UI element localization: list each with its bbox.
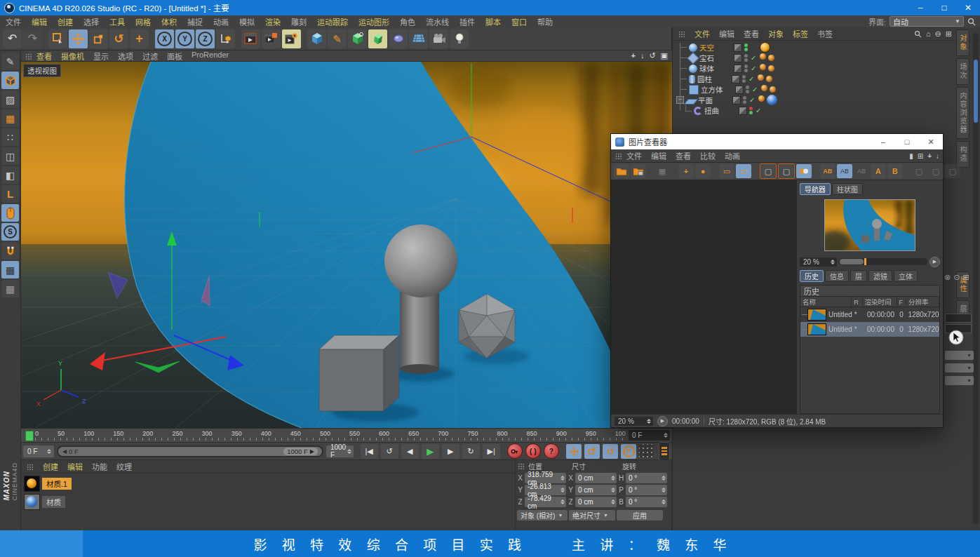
layout-compare-button[interactable]: ▭ [736, 164, 751, 178]
pv-dock-icon[interactable]: ↓ [936, 152, 939, 160]
menu-item[interactable]: 创建 [58, 16, 73, 27]
object-row[interactable]: 圆柱 ✓ [677, 74, 980, 84]
pv-menu-item[interactable]: 动画 [725, 150, 740, 161]
target-icon[interactable]: ⊙ [953, 273, 960, 282]
object-row[interactable]: 宝石 ✓ [677, 53, 980, 63]
phong-tag-icon[interactable] [758, 74, 764, 81]
tab-histogram[interactable]: 柱状图 [832, 183, 863, 195]
next-key-button[interactable]: ▶ [442, 444, 459, 459]
size-z-field[interactable]: 0 cm [575, 497, 617, 507]
material-preview-icon[interactable] [24, 476, 40, 492]
history-row[interactable]: Untitled * 00:00:00 0 1280x720 [800, 322, 939, 337]
fit-image-button[interactable]: + [678, 164, 694, 178]
enabled-check-icon[interactable]: ✓ [756, 107, 763, 114]
panel-grip-icon[interactable] [518, 463, 525, 469]
scale-tool[interactable] [89, 29, 108, 48]
redo-button[interactable]: ↷ [23, 29, 42, 48]
layer-chip[interactable] [732, 96, 741, 105]
region-button[interactable]: ▢ [778, 163, 795, 179]
tab-navigator[interactable]: 导航器 [800, 183, 831, 195]
visibility-dots[interactable] [749, 107, 753, 114]
om-scrollbar[interactable] [973, 33, 979, 524]
workplane-mode-button[interactable]: ▦ [1, 109, 19, 127]
timeline-ruler[interactable]: 0501001502002503003504004505005506006507… [21, 428, 672, 443]
om-search-icon[interactable] [914, 30, 922, 38]
enabled-check-icon[interactable]: ✓ [752, 86, 759, 93]
size-x-field[interactable]: 0 cm [575, 473, 617, 483]
split-ab-button[interactable]: AB [820, 164, 835, 178]
tab-stereo[interactable]: 立体 [894, 270, 918, 282]
pv-menu-item[interactable]: 编辑 [651, 150, 666, 161]
environment-button[interactable] [409, 29, 428, 48]
menu-item[interactable]: 雕刻 [291, 16, 307, 27]
fullframe-button[interactable]: ▢ [760, 163, 777, 179]
model-mode-button[interactable] [1, 72, 19, 89]
tab-objects[interactable]: 对象 [956, 29, 969, 56]
viewport-menu-item[interactable]: 过滤 [142, 51, 158, 62]
enabled-check-icon[interactable]: ✓ [751, 65, 758, 72]
menu-item[interactable]: 模拟 [239, 16, 255, 27]
viewport-menu-item[interactable]: 选项 [118, 51, 133, 62]
material-tag-icon[interactable] [768, 55, 774, 61]
pv-titlebar[interactable]: 图片查看器 – □ ✕ [611, 134, 943, 149]
layer-chip[interactable] [732, 75, 740, 83]
frame-stepper-field[interactable]: 0 F [23, 445, 54, 457]
goto-end-button[interactable]: ▶| [483, 444, 500, 459]
menu-item[interactable]: 渲染 [265, 16, 281, 27]
prev-key-button[interactable]: ◀ [401, 444, 419, 459]
material-item[interactable]: 材质 [24, 494, 515, 510]
tab-info[interactable]: 信息 [825, 270, 849, 282]
viewport-menu-item[interactable]: ProRender [192, 51, 229, 62]
camera-button[interactable] [429, 29, 448, 48]
viewport-menu-item[interactable]: 摄像机 [61, 51, 84, 62]
actual-pixels-button[interactable]: ● [695, 164, 711, 178]
material-name[interactable]: 材质 [42, 496, 65, 508]
snap-button[interactable] [1, 242, 19, 260]
enabled-check-icon[interactable]: ✓ [751, 54, 758, 62]
pv-menu-item[interactable]: 查看 [676, 150, 691, 161]
history-row[interactable]: Untitled * 00:00:00 0 1280x720 [800, 307, 939, 322]
minimize-button[interactable]: – [908, 0, 932, 15]
object-menu-item[interactable]: 标签 [793, 28, 808, 39]
tab-content-browser[interactable]: 内容浏览器 [956, 87, 969, 139]
pan-view-icon[interactable]: + [631, 51, 635, 60]
phong-tag-icon[interactable] [760, 53, 766, 60]
generator-button[interactable] [348, 29, 367, 48]
rotation-b-field[interactable]: 0 ° [626, 497, 667, 507]
rotate-tool[interactable]: ↺ [109, 29, 128, 48]
keyframe-selection-button[interactable] [659, 442, 670, 461]
toggle-views-icon[interactable]: ▣ [661, 51, 668, 60]
viewport-filter-button[interactable] [1, 204, 19, 222]
tab-takes[interactable]: 场次 [956, 58, 969, 85]
edges-mode-button[interactable]: ◫ [1, 147, 19, 165]
panel-grip-icon[interactable] [678, 31, 685, 37]
menu-item[interactable]: 选择 [83, 16, 99, 27]
menu-item[interactable]: 运动跟踪 [317, 16, 348, 27]
phong-tag-icon[interactable] [758, 95, 765, 102]
menu-item[interactable]: 流水线 [426, 16, 449, 27]
current-frame-marker[interactable] [25, 431, 34, 441]
enabled-check-icon[interactable]: ✓ [749, 75, 756, 83]
size-y-field[interactable]: 0 cm [575, 485, 617, 495]
material-tag-icon[interactable] [760, 42, 770, 53]
layer-chip[interactable] [734, 65, 742, 73]
search-icon[interactable] [967, 18, 976, 26]
material-menu-item[interactable]: 编辑 [67, 461, 83, 472]
nav-zoom-field[interactable]: 20 % [800, 257, 837, 267]
om-frame-icon[interactable]: ⊞ [946, 29, 952, 39]
tab-layer[interactable]: 层 [850, 270, 867, 282]
tab-filter[interactable]: 滤镜 [868, 270, 892, 282]
pv-move-icon[interactable]: + [927, 152, 932, 160]
menu-item[interactable]: 脚本 [485, 16, 501, 27]
object-menu-item[interactable]: 查看 [744, 28, 759, 39]
object-name[interactable]: 圆柱 [697, 74, 730, 84]
render-settings-button[interactable] [282, 29, 301, 48]
record-keyframe-button[interactable] [507, 443, 523, 459]
size-mode-dropdown[interactable]: 绝对尺寸▼ [569, 510, 615, 521]
visibility-dots[interactable] [744, 43, 749, 51]
pv-image-canvas[interactable] [611, 180, 797, 414]
pv-frame-icon[interactable]: ⊞ [918, 152, 923, 160]
material-tag-icon[interactable] [770, 86, 776, 93]
axis-lock-button[interactable]: Y [175, 29, 194, 48]
object-menu-item[interactable]: 对象 [768, 28, 784, 39]
